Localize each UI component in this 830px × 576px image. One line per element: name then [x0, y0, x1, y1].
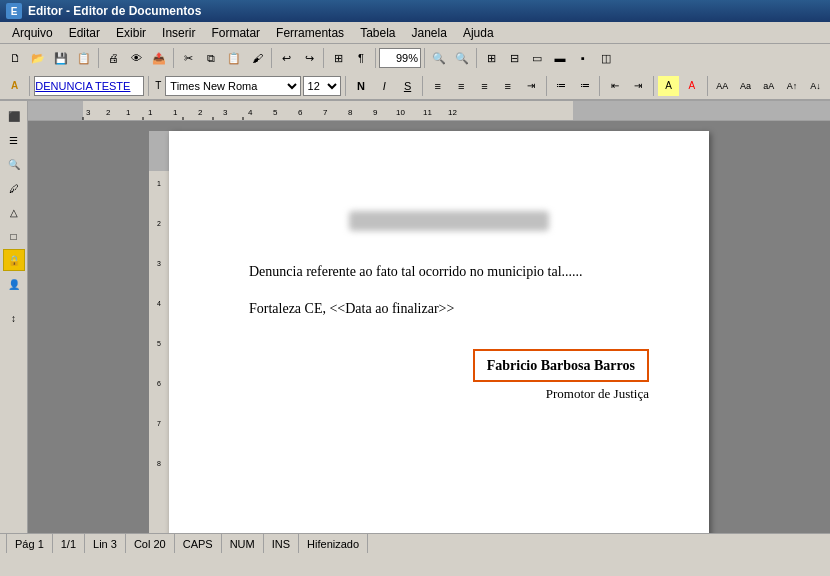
cut-button[interactable]: ✂ — [177, 47, 199, 69]
align-left-button[interactable]: ≡ — [427, 76, 448, 96]
svg-text:8: 8 — [157, 460, 161, 467]
bullet-list-button[interactable]: ≔ — [551, 76, 572, 96]
layout3-button[interactable]: ▪ — [572, 47, 594, 69]
sep4 — [323, 48, 324, 68]
sidebar-btn-1[interactable]: ⬛ — [3, 105, 25, 127]
menu-formatar[interactable]: Formatar — [203, 24, 268, 42]
undo-button[interactable]: ↩ — [275, 47, 297, 69]
subscript-button[interactable]: A↓ — [805, 76, 826, 96]
superscript-button[interactable]: A↑ — [781, 76, 802, 96]
open-button[interactable]: 📂 — [27, 47, 49, 69]
signature-area: Fabricio Barbosa Barros Promotor de Just… — [249, 349, 649, 404]
align-center-button[interactable]: ≡ — [450, 76, 471, 96]
status-ins-text: INS — [272, 538, 290, 550]
sep-fmt6 — [599, 76, 600, 96]
paste-button[interactable]: 📋 — [223, 47, 245, 69]
redo-button[interactable]: ↪ — [298, 47, 320, 69]
format-toolbar-row: A T Times New Roma 12 N I S ≡ ≡ ≡ ≡ ⇥ ≔ … — [0, 72, 830, 100]
indent-button[interactable]: ⇥ — [520, 76, 541, 96]
svg-text:5: 5 — [273, 108, 278, 117]
doc-content: Denuncia referente ao fato tal ocorrido … — [249, 211, 649, 404]
copy-button[interactable]: ⧉ — [200, 47, 222, 69]
ruler-svg: 3 2 1 1 1 2 3 4 5 6 7 8 9 10 11 12 — [28, 101, 830, 121]
new-button[interactable]: 🗋 — [4, 47, 26, 69]
layout2-button[interactable]: ▬ — [549, 47, 571, 69]
print-button[interactable]: 🖨 — [102, 47, 124, 69]
vertical-ruler-svg: 1 2 3 4 5 6 7 8 — [149, 131, 169, 533]
font-size-up-button[interactable]: AA — [711, 76, 732, 96]
page-container[interactable]: 1 2 3 4 5 6 7 8 — [28, 121, 830, 533]
ruler: 3 2 1 1 1 2 3 4 5 6 7 8 9 10 11 12 — [28, 101, 830, 121]
italic-button[interactable]: I — [374, 76, 395, 96]
align-right-button[interactable]: ≡ — [474, 76, 495, 96]
save-button[interactable]: 💾 — [50, 47, 72, 69]
menu-exibir[interactable]: Exibir — [108, 24, 154, 42]
style-icon-button[interactable]: A — [4, 76, 25, 96]
sidebar-btn-2[interactable]: ☰ — [3, 129, 25, 151]
layout1-button[interactable]: ▭ — [526, 47, 548, 69]
decrease-indent-button[interactable]: ⇤ — [604, 76, 625, 96]
sidebar-btn-7[interactable]: 🔒 — [3, 249, 25, 271]
font-size-small-button[interactable]: aA — [758, 76, 779, 96]
svg-text:6: 6 — [298, 108, 303, 117]
menu-arquivo[interactable]: Arquivo — [4, 24, 61, 42]
status-hifenizado-text: Hifenizado — [307, 538, 359, 550]
grid2-button[interactable]: ⊟ — [503, 47, 525, 69]
grid-button[interactable]: ⊞ — [480, 47, 502, 69]
zoom-out-button[interactable]: 🔍 — [451, 47, 473, 69]
numbered-list-button[interactable]: ≔ — [574, 76, 595, 96]
doc-area: 3 2 1 1 1 2 3 4 5 6 7 8 9 10 11 12 — [28, 101, 830, 533]
sidebar-btn-6[interactable]: □ — [3, 225, 25, 247]
signature-name-box: Fabricio Barbosa Barros — [249, 349, 649, 382]
svg-text:1: 1 — [157, 180, 161, 187]
sidebar-btn-4[interactable]: 🖊 — [3, 177, 25, 199]
status-num: NUM — [222, 534, 264, 553]
bold-button[interactable]: N — [350, 76, 371, 96]
status-col-text: Col 20 — [134, 538, 166, 550]
sidebar-btn-3[interactable]: 🔍 — [3, 153, 25, 175]
export-button[interactable]: 📤 — [148, 47, 170, 69]
svg-text:2: 2 — [106, 108, 111, 117]
increase-indent-button[interactable]: ⇥ — [628, 76, 649, 96]
zoom-input[interactable] — [379, 48, 421, 68]
menu-tabela[interactable]: Tabela — [352, 24, 403, 42]
highlight-button[interactable]: A — [658, 76, 679, 96]
style-name-input[interactable] — [34, 76, 144, 96]
font-name-select[interactable]: Times New Roma — [165, 76, 300, 96]
svg-text:11: 11 — [423, 108, 432, 117]
save-as-button[interactable]: 📋 — [73, 47, 95, 69]
table-button[interactable]: ⊞ — [327, 47, 349, 69]
sidebar-btn-8[interactable]: 👤 — [3, 273, 25, 295]
status-bar: Pág 1 1/1 Lin 3 Col 20 CAPS NUM INS Hife… — [0, 533, 830, 553]
sep-fmt1 — [29, 76, 30, 96]
menu-editar[interactable]: Editar — [61, 24, 108, 42]
sidebar-btn-9[interactable]: ↕ — [3, 307, 25, 329]
font-size-down-button[interactable]: Aa — [735, 76, 756, 96]
font-color-button[interactable]: A — [681, 76, 702, 96]
zoom-in-button[interactable]: 🔍 — [428, 47, 450, 69]
svg-text:3: 3 — [86, 108, 91, 117]
svg-text:8: 8 — [348, 108, 353, 117]
svg-text:9: 9 — [373, 108, 378, 117]
layout4-button[interactable]: ◫ — [595, 47, 617, 69]
align-justify-button[interactable]: ≡ — [497, 76, 518, 96]
menu-janela[interactable]: Janela — [404, 24, 455, 42]
font-size-select[interactable]: 12 — [303, 76, 342, 96]
paragraph-2[interactable]: Fortaleza CE, <<Data ao finalizar>> — [249, 298, 649, 319]
svg-text:5: 5 — [157, 340, 161, 347]
pilcrow-button[interactable]: ¶ — [350, 47, 372, 69]
menu-ferramentas[interactable]: Ferramentas — [268, 24, 352, 42]
status-line-text: Lin 3 — [93, 538, 117, 550]
paragraph-1[interactable]: Denuncia referente ao fato tal ocorrido … — [249, 261, 649, 282]
sep-fmt3 — [345, 76, 346, 96]
menu-inserir[interactable]: Inserir — [154, 24, 203, 42]
format-paint-button[interactable]: 🖌 — [246, 47, 268, 69]
status-caps-text: CAPS — [183, 538, 213, 550]
sidebar-btn-5[interactable]: △ — [3, 201, 25, 223]
page[interactable]: Denuncia referente ao fato tal ocorrido … — [169, 131, 709, 533]
menu-ajuda[interactable]: Ajuda — [455, 24, 502, 42]
print-preview-button[interactable]: 👁 — [125, 47, 147, 69]
app-icon: E — [6, 3, 22, 19]
strikethrough-button[interactable]: S — [397, 76, 418, 96]
svg-text:4: 4 — [248, 108, 253, 117]
